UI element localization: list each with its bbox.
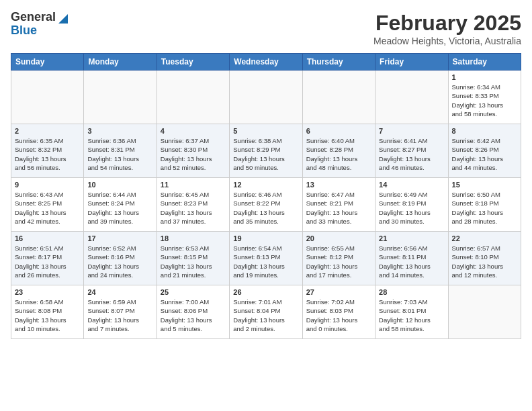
day-number: 11	[161, 181, 226, 189]
calendar-cell: 21Sunrise: 6:56 AM Sunset: 8:11 PM Dayli…	[375, 232, 448, 285]
day-number: 20	[306, 234, 371, 242]
day-info: Sunrise: 6:52 AM Sunset: 8:16 PM Dayligh…	[87, 244, 152, 279]
day-info: Sunrise: 6:37 AM Sunset: 8:30 PM Dayligh…	[161, 136, 226, 172]
calendar-table: SundayMondayTuesdayWednesdayThursdayFrid…	[11, 53, 521, 339]
day-info: Sunrise: 6:50 AM Sunset: 8:18 PM Dayligh…	[452, 190, 517, 226]
day-info: Sunrise: 6:46 AM Sunset: 8:22 PM Dayligh…	[233, 190, 298, 226]
day-number: 4	[161, 127, 226, 135]
calendar-cell	[11, 71, 84, 124]
weekday-header-monday: Monday	[84, 54, 157, 71]
weekday-header-tuesday: Tuesday	[157, 54, 229, 71]
location-title: Meadow Heights, Victoria, Australia	[373, 36, 521, 46]
day-number: 22	[452, 234, 517, 242]
calendar-cell: 5Sunrise: 6:38 AM Sunset: 8:29 PM Daylig…	[230, 124, 302, 178]
calendar-cell: 25Sunrise: 7:00 AM Sunset: 8:06 PM Dayli…	[157, 285, 229, 339]
calendar-cell: 15Sunrise: 6:50 AM Sunset: 8:18 PM Dayli…	[448, 178, 521, 232]
calendar-cell: 1Sunrise: 6:34 AM Sunset: 8:33 PM Daylig…	[448, 71, 521, 124]
day-info: Sunrise: 7:00 AM Sunset: 8:06 PM Dayligh…	[161, 298, 226, 333]
day-number: 28	[379, 288, 444, 296]
day-info: Sunrise: 6:42 AM Sunset: 8:26 PM Dayligh…	[452, 136, 517, 172]
calendar-cell: 16Sunrise: 6:51 AM Sunset: 8:17 PM Dayli…	[11, 232, 84, 285]
day-info: Sunrise: 6:56 AM Sunset: 8:11 PM Dayligh…	[379, 244, 444, 279]
calendar-cell: 26Sunrise: 7:01 AM Sunset: 8:04 PM Dayli…	[230, 285, 302, 339]
day-info: Sunrise: 6:53 AM Sunset: 8:15 PM Dayligh…	[161, 244, 226, 279]
day-number: 17	[87, 234, 152, 242]
calendar-cell: 4Sunrise: 6:37 AM Sunset: 8:30 PM Daylig…	[157, 124, 229, 178]
day-info: Sunrise: 6:35 AM Sunset: 8:32 PM Dayligh…	[15, 136, 80, 172]
page-header: General Blue February 2025 Meadow Height…	[11, 11, 521, 46]
weekday-header-friday: Friday	[375, 54, 448, 71]
weekday-header-saturday: Saturday	[448, 54, 521, 71]
day-number: 6	[306, 127, 371, 135]
day-number: 10	[87, 181, 152, 189]
day-info: Sunrise: 6:57 AM Sunset: 8:10 PM Dayligh…	[452, 244, 517, 279]
logo: General Blue	[11, 11, 68, 38]
calendar-cell: 27Sunrise: 7:02 AM Sunset: 8:03 PM Dayli…	[302, 285, 375, 339]
calendar-week-row: 23Sunrise: 6:58 AM Sunset: 8:08 PM Dayli…	[11, 285, 521, 339]
calendar-cell: 19Sunrise: 6:54 AM Sunset: 8:13 PM Dayli…	[230, 232, 302, 285]
calendar-cell: 3Sunrise: 6:36 AM Sunset: 8:31 PM Daylig…	[84, 124, 157, 178]
svg-marker-0	[58, 14, 68, 24]
calendar-cell	[230, 71, 302, 124]
logo-icon	[56, 11, 68, 24]
weekday-header-wednesday: Wednesday	[230, 54, 302, 71]
day-number: 12	[233, 181, 298, 189]
calendar-cell: 20Sunrise: 6:55 AM Sunset: 8:12 PM Dayli…	[302, 232, 375, 285]
calendar-cell: 24Sunrise: 6:59 AM Sunset: 8:07 PM Dayli…	[84, 285, 157, 339]
day-info: Sunrise: 6:41 AM Sunset: 8:27 PM Dayligh…	[379, 136, 444, 172]
weekday-header-row: SundayMondayTuesdayWednesdayThursdayFrid…	[11, 54, 521, 71]
day-number: 26	[233, 288, 298, 296]
calendar-week-row: 9Sunrise: 6:43 AM Sunset: 8:25 PM Daylig…	[11, 178, 521, 232]
calendar-cell	[448, 285, 521, 339]
day-info: Sunrise: 6:34 AM Sunset: 8:33 PM Dayligh…	[452, 83, 517, 118]
day-number: 25	[161, 288, 226, 296]
day-number: 8	[452, 127, 517, 135]
weekday-header-sunday: Sunday	[11, 54, 84, 71]
calendar-cell: 14Sunrise: 6:49 AM Sunset: 8:19 PM Dayli…	[375, 178, 448, 232]
weekday-header-thursday: Thursday	[302, 54, 375, 71]
calendar-cell: 28Sunrise: 7:03 AM Sunset: 8:01 PM Dayli…	[375, 285, 448, 339]
calendar-cell: 2Sunrise: 6:35 AM Sunset: 8:32 PM Daylig…	[11, 124, 84, 178]
day-number: 1	[452, 73, 517, 81]
calendar-cell	[84, 71, 157, 124]
day-info: Sunrise: 6:40 AM Sunset: 8:28 PM Dayligh…	[306, 136, 371, 172]
day-number: 19	[233, 234, 298, 242]
day-number: 7	[379, 127, 444, 135]
day-number: 14	[379, 181, 444, 189]
calendar-cell: 23Sunrise: 6:58 AM Sunset: 8:08 PM Dayli…	[11, 285, 84, 339]
day-number: 27	[306, 288, 371, 296]
day-info: Sunrise: 6:47 AM Sunset: 8:21 PM Dayligh…	[306, 190, 371, 226]
day-info: Sunrise: 6:58 AM Sunset: 8:08 PM Dayligh…	[15, 298, 80, 333]
day-info: Sunrise: 6:55 AM Sunset: 8:12 PM Dayligh…	[306, 244, 371, 279]
calendar-week-row: 1Sunrise: 6:34 AM Sunset: 8:33 PM Daylig…	[11, 71, 521, 124]
day-info: Sunrise: 7:02 AM Sunset: 8:03 PM Dayligh…	[306, 298, 371, 333]
calendar-cell: 12Sunrise: 6:46 AM Sunset: 8:22 PM Dayli…	[230, 178, 302, 232]
day-number: 18	[161, 234, 226, 242]
day-number: 16	[15, 234, 80, 242]
logo-blue: Blue	[11, 24, 37, 38]
calendar-cell	[157, 71, 229, 124]
day-number: 24	[87, 288, 152, 296]
calendar-cell: 17Sunrise: 6:52 AM Sunset: 8:16 PM Dayli…	[84, 232, 157, 285]
day-info: Sunrise: 6:49 AM Sunset: 8:19 PM Dayligh…	[379, 190, 444, 226]
day-info: Sunrise: 6:36 AM Sunset: 8:31 PM Dayligh…	[87, 136, 152, 172]
day-number: 3	[87, 127, 152, 135]
day-info: Sunrise: 6:51 AM Sunset: 8:17 PM Dayligh…	[15, 244, 80, 279]
calendar-cell	[375, 71, 448, 124]
calendar-week-row: 16Sunrise: 6:51 AM Sunset: 8:17 PM Dayli…	[11, 232, 521, 285]
calendar-cell: 22Sunrise: 6:57 AM Sunset: 8:10 PM Dayli…	[448, 232, 521, 285]
logo-general: General	[11, 11, 56, 24]
day-info: Sunrise: 7:01 AM Sunset: 8:04 PM Dayligh…	[233, 298, 298, 333]
calendar-cell	[302, 71, 375, 124]
calendar-week-row: 2Sunrise: 6:35 AM Sunset: 8:32 PM Daylig…	[11, 124, 521, 178]
day-number: 21	[379, 234, 444, 242]
day-number: 5	[233, 127, 298, 135]
calendar-cell: 6Sunrise: 6:40 AM Sunset: 8:28 PM Daylig…	[302, 124, 375, 178]
calendar-cell: 13Sunrise: 6:47 AM Sunset: 8:21 PM Dayli…	[302, 178, 375, 232]
calendar-cell: 18Sunrise: 6:53 AM Sunset: 8:15 PM Dayli…	[157, 232, 229, 285]
day-info: Sunrise: 6:45 AM Sunset: 8:23 PM Dayligh…	[161, 190, 226, 226]
day-number: 23	[15, 288, 80, 296]
day-info: Sunrise: 6:54 AM Sunset: 8:13 PM Dayligh…	[233, 244, 298, 279]
calendar-cell: 8Sunrise: 6:42 AM Sunset: 8:26 PM Daylig…	[448, 124, 521, 178]
calendar-cell: 11Sunrise: 6:45 AM Sunset: 8:23 PM Dayli…	[157, 178, 229, 232]
